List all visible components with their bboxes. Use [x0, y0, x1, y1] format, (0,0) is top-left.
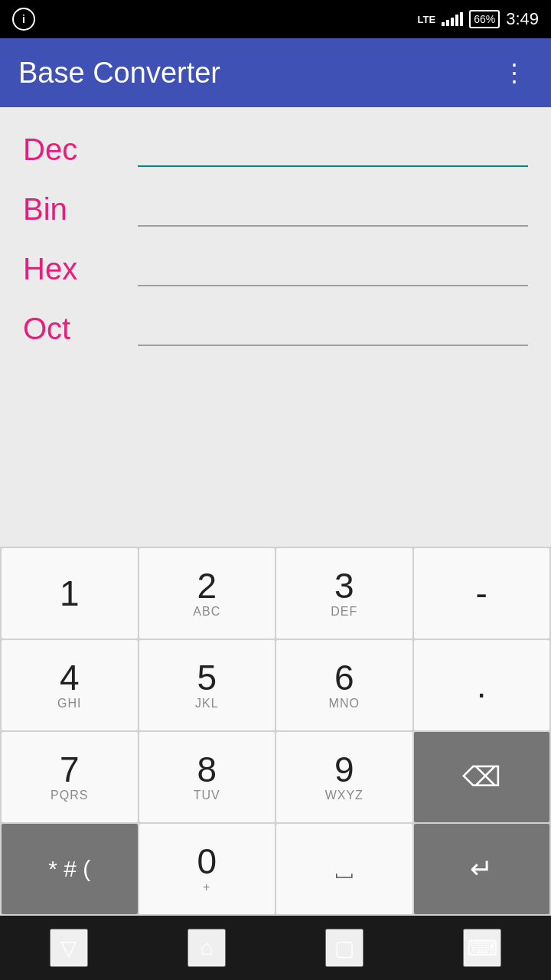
app-bar: Base Converter ⋮ — [0, 38, 551, 107]
dec-input-container — [138, 129, 528, 167]
backspace-icon: ⌫ — [462, 761, 501, 793]
oct-field-row: Oct — [0, 294, 551, 354]
oct-input-container — [138, 308, 528, 346]
app-title: Base Converter — [18, 57, 496, 90]
nav-recents-button[interactable]: ▢ — [325, 929, 364, 967]
lte-badge: LTE — [418, 14, 436, 25]
status-left: i — [12, 8, 35, 31]
key-9[interactable]: 9 WXYZ — [276, 732, 412, 822]
nav-keyboard-button[interactable]: ⌨ — [463, 929, 501, 967]
info-icon: i — [12, 8, 35, 31]
keyboard-row-4: * # ( 0 + ⎵ ↵ — [0, 822, 551, 916]
key-3[interactable]: 3 DEF — [276, 548, 412, 639]
hex-label: Hex — [23, 252, 122, 286]
bin-input-container — [138, 188, 528, 227]
hex-input[interactable] — [138, 248, 528, 282]
keyboard-row-3: 7 PQRS 8 TUV 9 WXYZ ⌫ — [0, 730, 551, 822]
key-0[interactable]: 0 + — [139, 824, 276, 914]
dec-label: Dec — [23, 132, 122, 167]
status-right: LTE 66% 3:49 — [418, 9, 539, 29]
overflow-menu-icon[interactable]: ⋮ — [496, 52, 533, 93]
main-content: Dec Bin Hex Oct — [0, 107, 551, 547]
key-7[interactable]: 7 PQRS — [2, 732, 138, 822]
key-6[interactable]: 6 MNO — [276, 640, 412, 730]
key-backspace[interactable]: ⌫ — [414, 732, 550, 822]
key-space[interactable]: ⎵ — [276, 824, 412, 914]
bin-field-row: Bin — [0, 175, 551, 234]
dec-input[interactable] — [138, 129, 528, 162]
key-8[interactable]: 8 TUV — [139, 732, 276, 822]
key-2[interactable]: 2 ABC — [139, 548, 276, 639]
battery-indicator: 66% — [469, 10, 500, 28]
key-4[interactable]: 4 GHI — [2, 640, 138, 730]
recents-icon: ▢ — [334, 936, 354, 961]
space-icon: ⎵ — [336, 853, 353, 885]
home-icon: ⌂ — [201, 936, 214, 960]
nav-bar: ▽ ⌂ ▢ ⌨ — [0, 916, 551, 980]
key-minus[interactable]: - — [414, 548, 550, 639]
custom-keyboard: 1 2 ABC 3 DEF - 4 GHI 5 JKL 6 MNO . — [0, 547, 551, 916]
key-1[interactable]: 1 — [2, 548, 138, 639]
oct-label: Oct — [23, 312, 122, 346]
status-bar: i LTE 66% 3:49 — [0, 0, 551, 38]
keyboard-row-2: 4 GHI 5 JKL 6 MNO . — [0, 639, 551, 730]
bin-input[interactable] — [138, 188, 528, 222]
signal-icon — [442, 12, 463, 26]
oct-input[interactable] — [138, 308, 528, 341]
hex-field-row: Hex — [0, 234, 551, 294]
dec-field-row: Dec — [0, 115, 551, 175]
keyboard-icon: ⌨ — [467, 936, 497, 961]
back-icon: ▽ — [60, 936, 77, 961]
key-enter[interactable]: ↵ — [414, 824, 550, 914]
clock: 3:49 — [506, 9, 539, 29]
key-dot[interactable]: . — [414, 640, 550, 730]
bin-label: Bin — [23, 192, 122, 227]
hex-input-container — [138, 248, 528, 286]
nav-back-button[interactable]: ▽ — [50, 929, 88, 967]
enter-icon: ↵ — [470, 853, 493, 885]
nav-home-button[interactable]: ⌂ — [187, 929, 226, 967]
key-5[interactable]: 5 JKL — [139, 640, 276, 730]
keyboard-row-1: 1 2 ABC 3 DEF - — [0, 547, 551, 639]
key-symbols[interactable]: * # ( — [2, 824, 138, 914]
